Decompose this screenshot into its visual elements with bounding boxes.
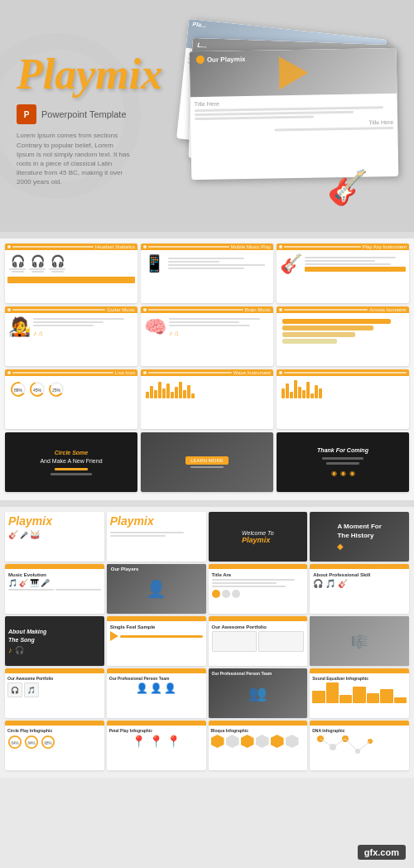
btm-content-14: Circle Play Infographic 64% 94% 68% xyxy=(5,726,104,770)
btm-thumb-portfolio2: Our Awesome Portfolio 🎧 🎵 xyxy=(5,668,104,718)
dark-line-4 xyxy=(326,462,359,465)
thumbnails-row-2: Guitar Music 🧑‍🎤 ♪ ♫ Br xyxy=(5,306,409,366)
thumb-mobile: Mobile Music Play 📱 xyxy=(141,244,273,303)
eq-v-2 xyxy=(326,682,339,703)
thumb-body-3: 🎸 xyxy=(277,250,409,278)
eq-bar-22 xyxy=(319,388,322,398)
bottom-row-3: About MakingThe Song ♪ 🎧 Single Feel Sam… xyxy=(5,616,409,666)
circle-svg-2: 45% xyxy=(29,381,46,398)
circle-1: 88% xyxy=(10,381,26,398)
are-dot-2 xyxy=(222,590,230,598)
team-member-2: 👤 xyxy=(150,682,162,694)
eq-bar-9 xyxy=(179,382,182,398)
thumb-dot-6 xyxy=(279,308,282,311)
evo-icon-4: 🎤 xyxy=(41,579,50,587)
btm-thumb-team2: Our Professional Person Team 👥 xyxy=(209,668,308,718)
dark-text-2: LEARN MORE xyxy=(185,456,229,468)
btm-content-10: Our Awesome Portfolio xyxy=(209,621,308,666)
thumb-instrument: Play Any Instrument 🎸 xyxy=(277,244,409,303)
thumb-dark-2: LEARN MORE xyxy=(141,432,273,492)
eq-bar-4 xyxy=(158,382,161,398)
thumb-body-9 xyxy=(277,376,409,403)
bottom-row-4: Our Awesome Portfolio 🎧 🎵 Our Profession… xyxy=(5,668,409,718)
brain-lines: ♪ ♫ xyxy=(169,318,270,337)
thumb-guitar: Guitar Music 🧑‍🎤 ♪ ♫ xyxy=(5,306,137,366)
btm-thumb-about: About MakingThe Song ♪ 🎧 xyxy=(5,616,104,666)
thumb-header-7: Live Icon xyxy=(5,369,137,376)
eq-v-6 xyxy=(380,689,392,704)
guitar-man-icon: 🧑‍🎤 xyxy=(8,316,31,338)
team-member-1: 👤 xyxy=(136,682,148,694)
thumb-title-7: Live Icon xyxy=(115,370,135,375)
players-content: Our Players 👤 xyxy=(107,564,206,614)
btm-content-15: Petal Play Infographic 📍 📍 📍 xyxy=(107,726,206,770)
thumb-dot-8 xyxy=(143,371,147,374)
team2-content: Our Professional Person Team 👥 xyxy=(209,668,308,718)
dna-visual xyxy=(312,735,407,760)
pin-icon-3: 📍 xyxy=(166,735,181,748)
portfolio2-items: 🎧 🎵 xyxy=(7,682,102,697)
thumb-body-2: 📱 xyxy=(141,250,273,277)
thumb-live: Live Icon 88% 45% xyxy=(5,369,137,429)
headphone-1: 🎧 xyxy=(9,254,26,272)
thumb-header: Headset Statistics xyxy=(5,244,137,250)
photo-content: 🎼 xyxy=(310,616,409,666)
btm-thumb-playmix-1: Playmix 🎸 🎤 🥁 xyxy=(5,512,104,562)
ppt-icon: P xyxy=(17,104,36,124)
dark-line-1 xyxy=(55,468,88,470)
equalizer-bars xyxy=(144,379,270,400)
thumb-body-6 xyxy=(277,313,409,350)
portfolio-cards xyxy=(212,631,305,652)
svg-text:64%: 64% xyxy=(11,741,18,745)
thumb-header-2: Mobile Music Play xyxy=(141,244,273,250)
thumb-wave: Wave Instrument xyxy=(141,369,273,429)
eq-bar-1 xyxy=(146,392,149,398)
btm-content-6: Title Are xyxy=(209,569,308,614)
welcome-label: Welcome To xyxy=(242,530,274,536)
eq-v-5 xyxy=(367,693,379,704)
btm-thumb-petal: Petal Play Infographic 📍 📍 📍 xyxy=(107,721,206,770)
skill-icon-2: 🎵 xyxy=(325,579,335,588)
eq-v-7 xyxy=(394,697,407,704)
team-member-3: 👤 xyxy=(164,682,176,694)
dark-line-2 xyxy=(51,473,92,475)
thumbnails-row-3: Live Icon 88% 45% xyxy=(5,369,409,429)
thumb-dot-3 xyxy=(279,245,282,248)
title-are-label: Title Are xyxy=(212,572,305,577)
skill-title: About Professional Skill xyxy=(313,572,406,577)
progress-circles: 88% 45% 25% xyxy=(8,379,66,399)
dna-title: DNA Infographic xyxy=(312,728,407,733)
social-icon-1: ◉ xyxy=(331,470,337,477)
headphone-2: 🎧 xyxy=(29,254,46,272)
slides-stack: Pla... L... Our Playmix xyxy=(179,29,397,211)
team1-title: Our Professional Person Team xyxy=(109,676,204,681)
thumb-header-6: Arrows Isometric xyxy=(277,306,409,313)
btm-thumb-dna: DNA Infographic xyxy=(310,721,409,770)
btm-content-1: Playmix 🎸 🎤 🥁 xyxy=(5,512,104,562)
eq-bar-21 xyxy=(315,385,318,398)
arrow-4 xyxy=(282,339,337,344)
moment-text-block: A Moment ForThe History ◆ xyxy=(337,523,381,551)
btm-thumb-portfolio: Our Awesome Portfolio xyxy=(209,616,308,666)
eq-bar-8 xyxy=(175,387,178,398)
thumb-dot-5 xyxy=(143,308,147,311)
eq-bar-3 xyxy=(154,390,157,398)
social-icons: ◉ ◉ ◉ xyxy=(331,470,355,477)
evolution-icons: 🎵 🎸 🎹 🎤 xyxy=(8,579,101,587)
dark-line-3 xyxy=(322,457,363,460)
cp-svg-2: 94% xyxy=(24,735,39,750)
single-play-btn xyxy=(110,631,118,641)
thumb-title-6: Arrows Isometric xyxy=(369,307,407,312)
eq-bar-5 xyxy=(162,388,166,398)
drum-sm-1: 🥁 xyxy=(30,530,40,539)
btm-content-2: Playmix xyxy=(107,512,206,562)
hero-divider xyxy=(0,232,414,239)
circle-play-circles: 64% 94% 68% xyxy=(7,735,102,750)
btm-content-8: About MakingThe Song ♪ 🎧 xyxy=(5,616,104,666)
eq-v-1 xyxy=(312,691,325,703)
dark-content-1: Circle Some And Make A New Friend xyxy=(5,432,137,492)
dark-hr xyxy=(190,466,224,468)
eq-bar-18 xyxy=(302,390,306,398)
circle-svg-3: 25% xyxy=(48,381,65,398)
headphone-3: 🎧 xyxy=(49,254,65,272)
